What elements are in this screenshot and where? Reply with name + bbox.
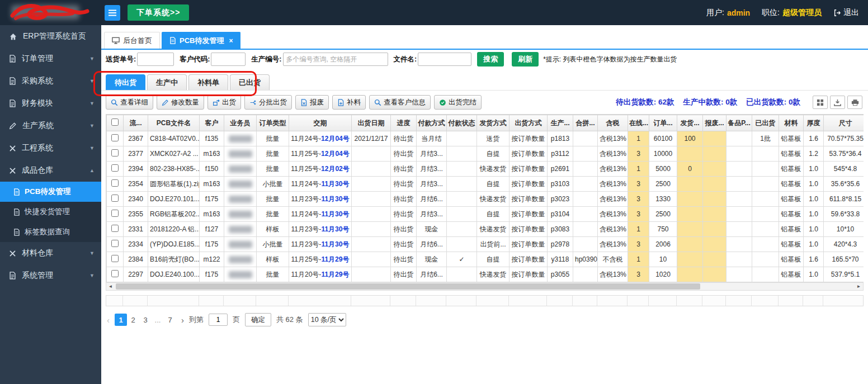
sidebar-item-production[interactable]: 生产系统 ▼	[0, 115, 101, 137]
table-row[interactable]: 2340DOJ.E270.101...f175批量11月23号-11月30号待出…	[107, 192, 864, 207]
status-tab-pending-ship[interactable]: 待出货	[106, 74, 145, 90]
scroll-right-icon[interactable]: ►	[855, 284, 863, 289]
column-header[interactable]: 备品P...	[727, 115, 752, 131]
column-header[interactable]: 出货方式	[510, 115, 548, 131]
row-checkbox[interactable]	[111, 149, 119, 157]
customer-code-input[interactable]	[211, 53, 246, 66]
status-tab-in-production[interactable]: 生产中	[147, 74, 187, 90]
row-checkbox[interactable]	[111, 240, 119, 247]
column-header[interactable]: 客户	[200, 115, 224, 131]
refill-button[interactable]: 补料	[332, 95, 366, 110]
column-header[interactable]: 订单类型	[257, 115, 289, 131]
table-row[interactable]: 2384B16前壳灯(BO...m122样板11月25号-11月29号待出货现金…	[107, 252, 864, 267]
goto-confirm-button[interactable]: 确定	[245, 313, 271, 326]
column-header[interactable]: 含税	[598, 115, 628, 131]
table-row[interactable]: 2354圆形铝基板(1).zipm163小批量11月24号-11月30号待出货月…	[107, 177, 864, 192]
table-row[interactable]: 2377XMCK027-A2 ...m163批量11月25号-12月04号待出货…	[107, 146, 864, 162]
scrollbar-thumb[interactable]	[116, 283, 700, 290]
table-row[interactable]: 2297DOJ.E240.100...f175批量11月20号-11月29号待出…	[107, 267, 864, 282]
export-button[interactable]	[830, 96, 845, 109]
page-button-3[interactable]: 3	[139, 314, 152, 326]
batch-ship-button[interactable]: 分批出货	[244, 95, 292, 110]
sidebar-item-finished-goods[interactable]: 成品仓库 ▲	[0, 159, 101, 182]
tab-backend-home[interactable]: 后台首页	[104, 32, 160, 49]
table-row[interactable]: 2394802-238-HX85-...f150批量11月25号-12月02号待…	[107, 162, 864, 177]
refresh-button[interactable]: 刷新	[512, 52, 539, 67]
production-no-input[interactable]	[283, 53, 388, 66]
column-header[interactable]: 业务员	[224, 115, 257, 131]
column-header[interactable]: 付款方式	[417, 115, 447, 131]
page-button-7[interactable]: 7	[164, 314, 176, 326]
tab-pcb-shipping[interactable]: PCB待发管理 ×	[162, 32, 240, 49]
column-header[interactable]: 材料	[779, 115, 804, 131]
column-header[interactable]: 发货方式	[477, 115, 510, 131]
filename-input[interactable]	[418, 53, 471, 66]
sidebar-item-orders[interactable]: 订单管理 ▼	[0, 48, 101, 70]
tab-close-icon[interactable]: ×	[229, 37, 233, 45]
sidebar-item-system[interactable]: 系统管理 ▼	[0, 264, 101, 287]
view-detail-button[interactable]: 查看详细	[106, 95, 153, 110]
page-button-2[interactable]: 2	[127, 314, 139, 326]
page-size-select[interactable]: 10 条/页	[308, 313, 346, 326]
row-checkbox[interactable]	[111, 164, 119, 172]
column-header[interactable]: 报废...	[703, 115, 727, 131]
delivery-no-input[interactable]	[137, 53, 174, 66]
order-system-button[interactable]: 下单系统>>	[128, 4, 189, 21]
page-button-1[interactable]: 1	[115, 314, 127, 326]
row-checkbox[interactable]	[111, 179, 119, 187]
column-header[interactable]: PCB文件名	[148, 115, 200, 131]
column-header[interactable]: 订单...	[649, 115, 677, 131]
row-checkbox[interactable]	[111, 225, 119, 232]
select-all-checkbox[interactable]	[111, 118, 119, 126]
row-checkbox[interactable]	[111, 134, 119, 141]
cell-tax: 含税13%	[598, 162, 628, 177]
row-checkbox[interactable]	[111, 195, 119, 202]
cell-serial: 2331	[124, 222, 148, 237]
column-header[interactable]: 发货...	[677, 115, 703, 131]
column-header[interactable]: 付款状态	[447, 115, 477, 131]
column-settings-button[interactable]	[813, 96, 828, 109]
scroll-left-icon[interactable]: ◄	[106, 284, 115, 289]
column-header[interactable]: 厚度	[804, 115, 824, 131]
row-checkbox[interactable]	[111, 255, 119, 262]
ship-button[interactable]: 出货	[207, 95, 241, 110]
column-header[interactable]: 流...	[124, 115, 148, 131]
sidebar-item-purchasing[interactable]: 采购系统 ▼	[0, 70, 101, 92]
next-page-icon[interactable]: ›	[181, 315, 184, 325]
search-button[interactable]: 搜索	[477, 52, 504, 67]
sidebar-subitem-label-data-query[interactable]: 标签数据查询	[0, 222, 101, 242]
sidebar-subitem-pcb-shipping[interactable]: PCB待发管理	[0, 182, 101, 202]
sidebar-item-home[interactable]: ERP管理系统首页	[0, 25, 101, 48]
table-row[interactable]: 233120181220-A 铝...f127样板11月23号-11月30号待出…	[107, 222, 864, 237]
status-tab-refill[interactable]: 补料单	[188, 74, 228, 90]
column-header[interactable]: 在线...	[628, 115, 649, 131]
view-customer-button[interactable]: 查看客户信息	[369, 95, 431, 110]
row-checkbox[interactable]	[111, 210, 119, 217]
column-header[interactable]: 进度	[391, 115, 417, 131]
menu-toggle-button[interactable]	[105, 5, 120, 21]
sidebar-item-finance[interactable]: 财务模块 ▼	[0, 92, 101, 115]
column-header[interactable]: 合拼...	[573, 115, 598, 131]
horizontal-scrollbar[interactable]: ◄ ►	[106, 282, 864, 291]
status-tab-shipped[interactable]: 已出货	[230, 74, 270, 90]
sidebar-item-engineering[interactable]: 工程系统 ▼	[0, 137, 101, 159]
logout-button[interactable]: 退出	[833, 8, 859, 18]
goto-page-input[interactable]	[209, 314, 228, 326]
scrollbar-track[interactable]	[115, 283, 855, 290]
sidebar-subitem-quick-shipping[interactable]: 快捷发货管理	[0, 202, 101, 222]
modify-qty-button[interactable]: 修改数量	[157, 95, 204, 110]
scrap-button[interactable]: 报废	[295, 95, 329, 110]
row-checkbox[interactable]	[111, 270, 119, 277]
table-row[interactable]: 2334(YP)DOJ.E185...f175小批量11月23号-11月30号待…	[107, 237, 864, 252]
table-row[interactable]: 2367C818-4AT02V0...f135批量11月24号-12月04号20…	[107, 131, 864, 146]
column-header[interactable]: 出货日期	[352, 115, 391, 131]
column-header[interactable]: 生产...	[548, 115, 573, 131]
print-button[interactable]	[847, 96, 862, 109]
table-row[interactable]: 2355RGB铝基板202...m163批量11月24号-11月30号待出货月结…	[107, 207, 864, 222]
sidebar-item-materials[interactable]: 材料仓库 ▼	[0, 242, 101, 264]
prev-page-icon[interactable]: ‹	[107, 315, 110, 325]
column-header[interactable]: 交期	[289, 115, 352, 131]
column-header[interactable]: 已出货	[752, 115, 779, 131]
column-header[interactable]: 尺寸	[824, 115, 864, 131]
finish-shipping-button[interactable]: 出货完结	[434, 95, 482, 110]
